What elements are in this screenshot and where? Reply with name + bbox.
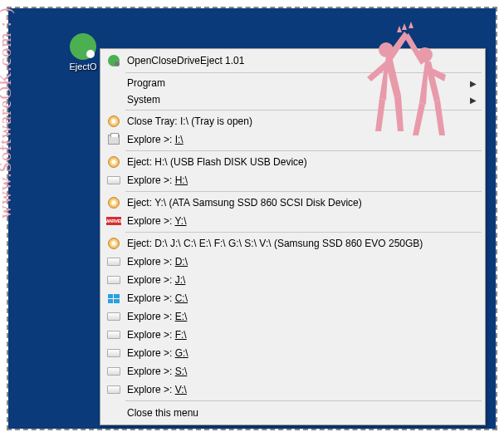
printer-icon [105, 133, 122, 146]
menu-item-explore[interactable]: MARVEL Explore >: Y:\ [102, 212, 483, 230]
menu-item-label: Explore >: S:\ [127, 366, 477, 377]
menu-item-explore[interactable]: Explore >: E:\ [102, 307, 483, 326]
menu-item-explore[interactable]: Explore >: G:\ [102, 344, 483, 362]
desktop-shortcut-eject[interactable]: EjectO [62, 33, 104, 71]
separator [125, 232, 482, 233]
menu-item-explore[interactable]: Explore >: C:\ [102, 289, 483, 307]
menu-item-label: Explore >: J:\ [127, 274, 477, 286]
menu-item-system[interactable]: System ▶ [102, 91, 483, 108]
menu-item-label: Explore >: G:\ [127, 347, 477, 359]
menu-item-label: Explore >: I:\ [127, 134, 477, 145]
context-menu: OpenCloseDriveEject 1.01 Program ▶ Syste… [100, 48, 486, 425]
menu-item-label: Explore >: H:\ [127, 174, 477, 186]
menu-item-explore[interactable]: Explore >: D:\ [102, 253, 483, 271]
drive-icon [105, 328, 122, 341]
cd-icon [105, 196, 122, 209]
menu-item-label: Explore >: V:\ [127, 384, 477, 395]
menu-item-explore[interactable]: Explore >: F:\ [102, 326, 483, 344]
separator [125, 110, 482, 110]
menu-item-explore[interactable]: Explore >: I:\ [102, 130, 483, 149]
cd-icon [105, 115, 122, 128]
drive-icon [105, 273, 122, 287]
menu-item-label: Close Tray: I:\ (Tray is open) [127, 115, 477, 127]
separator [125, 150, 482, 151]
separator [125, 400, 482, 401]
submenu-arrow-icon: ▶ [470, 96, 477, 105]
menu-item-program[interactable]: Program ▶ [102, 75, 483, 91]
cd-icon [105, 237, 122, 250]
menu-item-label: Eject: D:\ J:\ C:\ E:\ F:\ G:\ S:\ V:\ (… [127, 238, 477, 249]
menu-item-label: Explore >: F:\ [127, 329, 477, 341]
drive-icon [105, 383, 122, 396]
menu-item-label: Eject: H:\ (USB Flash DISK USB Device) [127, 156, 477, 168]
menu-item-label: Explore >: Y:\ [127, 215, 477, 227]
drive-icon [105, 346, 122, 360]
drive-icon [105, 255, 122, 268]
menu-item-eject[interactable]: Eject: H:\ (USB Flash DISK USB Device) [102, 153, 483, 171]
desktop-shortcut-label: EjectO [62, 61, 104, 71]
cd-icon [105, 155, 122, 169]
menu-title-row: OpenCloseDriveEject 1.01 [102, 51, 483, 71]
menu-item-label: Explore >: C:\ [127, 292, 477, 304]
drive-icon [105, 365, 122, 378]
menu-item-close-tray[interactable]: Close Tray: I:\ (Tray is open) [102, 112, 483, 130]
menu-item-label: Explore >: E:\ [127, 311, 477, 322]
menu-item-label: Program [127, 77, 470, 89]
separator [125, 191, 482, 192]
separator [125, 72, 482, 73]
menu-item-label: Explore >: D:\ [127, 256, 477, 268]
marvel-icon: MARVEL [105, 214, 122, 228]
menu-title: OpenCloseDriveEject 1.01 [127, 55, 244, 66]
menu-item-label: Eject: Y:\ (ATA Samsung SSD 860 SCSI Dis… [127, 197, 477, 209]
app-icon [70, 33, 96, 60]
drive-icon [105, 310, 122, 323]
watermark-text-vertical: www.SoftwareOK.com :-) [0, 7, 16, 218]
menu-item-eject[interactable]: Eject: Y:\ (ATA Samsung SSD 860 SCSI Dis… [102, 194, 483, 212]
submenu-arrow-icon: ▶ [470, 79, 477, 88]
menu-item-explore[interactable]: Explore >: J:\ [102, 271, 483, 289]
menu-item-label: System [127, 94, 470, 106]
desktop-background: EjectO OpenCloseDriveEject 1.01 [8, 8, 496, 429]
menu-item-close[interactable]: Close this menu [102, 403, 483, 423]
menu-item-explore[interactable]: Explore >: V:\ [102, 381, 483, 399]
windows-icon [105, 292, 122, 305]
drive-icon [105, 174, 122, 187]
menu-item-label: Close this menu [127, 407, 477, 419]
app-icon-small [105, 54, 122, 67]
menu-item-explore[interactable]: Explore >: H:\ [102, 171, 483, 189]
menu-item-explore[interactable]: Explore >: S:\ [102, 362, 483, 381]
menu-item-eject[interactable]: Eject: D:\ J:\ C:\ E:\ F:\ G:\ S:\ V:\ (… [102, 234, 483, 253]
